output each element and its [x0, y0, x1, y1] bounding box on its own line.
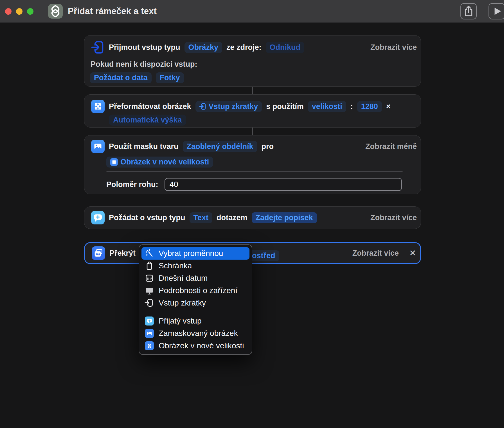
window-title: Přidat rámeček a text — [68, 6, 157, 16]
receive-text2: ze zdroje: — [226, 43, 262, 52]
action-overlay-text[interactable]: Aa Překrýt Doprostřed Zobrazit více ✕ — [84, 242, 421, 264]
close-window-button[interactable] — [5, 8, 12, 15]
flow-connector — [252, 87, 253, 94]
fallback-label: Pokud není k dispozici vstup: — [91, 60, 197, 69]
resized-image-icon — [145, 341, 154, 350]
input-source-token[interactable]: Odnikud — [266, 42, 305, 53]
action-ask-for-input[interactable]: Požádat o vstup typu Text dotazem Zadejt… — [84, 206, 421, 229]
overlay-text: Překrýt — [109, 249, 136, 258]
wand-sparkles-icon — [144, 249, 154, 258]
masked-input-token[interactable]: Obrázek v nové velikosti — [106, 157, 213, 168]
size-token[interactable]: velikosti — [308, 101, 346, 112]
masked-image-icon — [145, 329, 154, 338]
resize-image-icon — [91, 100, 105, 113]
mask-text: Použít masku tvaru — [109, 142, 179, 151]
action-receive-input[interactable]: Přijmout vstup typu Obrázky ze zdroje: O… — [84, 35, 421, 87]
parameter-divider — [106, 171, 403, 172]
resize-text2: s použitím — [266, 102, 304, 111]
menu-separator — [145, 312, 246, 312]
shortcut-input-mini-icon — [199, 103, 206, 110]
calendar-icon — [144, 273, 154, 283]
minimize-window-button[interactable] — [16, 8, 22, 15]
svg-text:Aa: Aa — [96, 252, 100, 256]
resize-text: Přeformátovat obrázek — [109, 102, 191, 111]
menu-item-device-details[interactable]: Podrobnosti o zařízení — [141, 284, 249, 297]
clipboard-icon — [144, 261, 154, 271]
shape-token[interactable]: Zaoblený obdélník — [183, 141, 257, 152]
photos-button[interactable]: Fotky — [156, 72, 184, 83]
show-more-link[interactable]: Zobrazit více — [370, 43, 417, 52]
menu-item-label: Schránka — [159, 261, 192, 270]
play-icon — [489, 3, 504, 19]
flow-connector — [252, 128, 253, 135]
display-icon — [144, 286, 154, 295]
run-shortcut-button[interactable] — [489, 3, 504, 19]
overlay-text-icon: Aa — [92, 246, 105, 260]
corner-radius-label: Poloměr rohu: — [106, 180, 158, 189]
shortcut-input-icon — [144, 298, 154, 308]
close-icon[interactable]: ✕ — [409, 249, 416, 257]
ask-for-data-button[interactable]: Požádat o data — [90, 72, 152, 83]
shortcuts-app-icon — [48, 4, 63, 19]
menu-item-label: Vybrat proměnnou — [159, 249, 223, 258]
resized-image-mini-icon — [110, 158, 118, 166]
ask-text: Požádat o vstup typu — [109, 213, 185, 222]
share-button[interactable] — [460, 3, 477, 19]
times-sign: × — [386, 102, 391, 111]
action-resize-image[interactable]: Přeformátovat obrázek Vstup zkratky s po… — [84, 94, 421, 128]
receive-text: Přijmout vstup typu — [109, 43, 180, 52]
shortcuts-editor-window: Přidat rámeček a text Přijmout — [0, 0, 504, 428]
ask-type-token[interactable]: Text — [190, 212, 213, 223]
provided-input-icon — [145, 316, 154, 326]
menu-item-label: Podrobnosti o zařízení — [159, 286, 237, 295]
auto-height-token[interactable]: Automatická výška — [109, 115, 186, 126]
variable-popup-menu: Vybrat proměnnou Schránka — [139, 244, 252, 355]
ask-input-icon — [91, 211, 105, 224]
show-more-link[interactable]: Zobrazit více — [370, 213, 417, 222]
menu-item-label: Přijatý vstup — [159, 316, 202, 326]
mask-text2: pro — [262, 142, 274, 151]
input-type-token[interactable]: Obrázky — [184, 42, 222, 53]
prompt-token[interactable]: Zadejte popisek — [252, 212, 317, 223]
action-mask-image[interactable]: Použít masku tvaru Zaoblený obdélník pro… — [84, 135, 421, 194]
menu-item-masked-image[interactable]: Zamaskovaný obrázek — [141, 327, 249, 340]
ask-text2: dotazem — [217, 213, 248, 222]
menu-item-resized-image[interactable]: Obrázek v nové velikosti — [141, 340, 249, 352]
mask-image-icon — [91, 140, 105, 153]
traffic-lights — [5, 8, 33, 15]
show-more-link[interactable]: Zobrazit více — [352, 249, 399, 258]
resize-input-token[interactable]: Vstup zkratky — [195, 101, 262, 112]
menu-item-clipboard[interactable]: Schránka — [141, 260, 249, 272]
menu-item-label: Vstup zkratky — [159, 298, 206, 307]
show-less-link[interactable]: Zobrazit méně — [365, 142, 417, 151]
menu-item-label: Zamaskovaný obrázek — [159, 329, 238, 338]
shortcut-input-icon — [91, 41, 105, 54]
menu-item-label: Obrázek v nové velikosti — [159, 341, 244, 350]
menu-item-label: Dnešní datum — [159, 274, 208, 283]
menu-item-provided-input[interactable]: Přijatý vstup — [141, 315, 249, 327]
menu-item-shortcut-input[interactable]: Vstup zkratky — [141, 297, 249, 309]
zoom-window-button[interactable] — [27, 8, 33, 15]
corner-radius-input[interactable] — [165, 178, 402, 191]
width-value-token[interactable]: 1280 — [357, 101, 382, 112]
menu-item-select-variable[interactable]: Vybrat proměnnou — [141, 247, 249, 260]
colon: : — [350, 102, 353, 111]
share-icon — [461, 3, 476, 19]
menu-item-current-date[interactable]: Dnešní datum — [141, 272, 249, 284]
titlebar: Přidat rámeček a text — [0, 0, 504, 23]
